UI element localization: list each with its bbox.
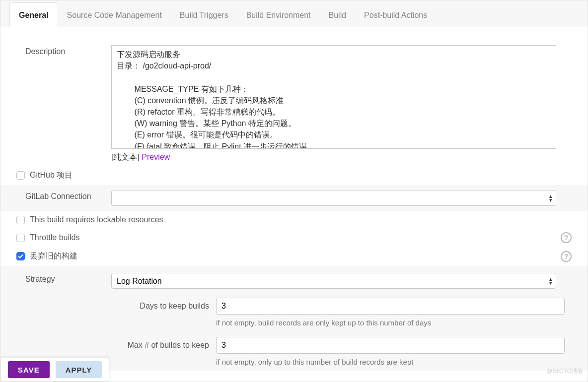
days-to-keep-row: Days to keep builds <box>127 293 574 315</box>
days-to-keep-label: Days to keep builds <box>127 302 216 311</box>
throttle-builds-row[interactable]: Throttle builds ? <box>14 229 574 247</box>
discard-strategy-block: Strategy Log Rotation ▴▾ Days to keep bu… <box>0 266 588 371</box>
check-icon <box>18 254 23 259</box>
discard-old-builds-label: 丢弃旧的构建 <box>30 251 77 261</box>
description-format-row: [纯文本] Preview <box>111 150 574 163</box>
throttle-builds-checkbox[interactable] <box>16 234 25 242</box>
gitlab-connection-select[interactable] <box>111 190 556 206</box>
github-project-label: GitHub 项目 <box>30 170 73 181</box>
general-section: Description [纯文本] Preview GitHub 项目 GitL… <box>0 27 588 382</box>
throttle-builds-label: Throttle builds <box>30 233 80 242</box>
strategy-label: Strategy <box>14 273 111 284</box>
jenkins-job-config-page: General Source Code Management Build Tri… <box>0 0 588 382</box>
help-icon[interactable]: ? <box>561 251 572 262</box>
tab-post-build-actions[interactable]: Post-build Actions <box>355 3 436 27</box>
discard-old-builds-row[interactable]: 丢弃旧的构建 ? <box>14 247 574 266</box>
tab-build-triggers[interactable]: Build Triggers <box>171 3 237 27</box>
lockable-resources-row[interactable]: This build requires lockable resources <box>14 211 574 229</box>
config-tabs: General Source Code Management Build Tri… <box>0 0 588 27</box>
lockable-resources-checkbox[interactable] <box>16 216 25 224</box>
preview-link[interactable]: Preview <box>142 153 170 161</box>
tab-build[interactable]: Build <box>320 3 356 27</box>
discard-old-builds-checkbox[interactable] <box>16 252 25 260</box>
tab-scm[interactable]: Source Code Management <box>58 3 171 27</box>
description-textarea[interactable] <box>111 45 556 149</box>
gitlab-connection-label: GitLab Connection <box>14 190 111 201</box>
tab-build-environment[interactable]: Build Environment <box>237 3 320 27</box>
description-row: Description [纯文本] Preview <box>14 42 574 166</box>
max-builds-label: Max # of builds to keep <box>127 341 216 350</box>
plain-text-indicator: [纯文本] <box>111 153 140 161</box>
github-project-row[interactable]: GitHub 项目 <box>14 166 574 185</box>
strategy-select[interactable]: Log Rotation <box>111 273 556 289</box>
log-rotation-settings: Days to keep builds if not empty, build … <box>127 293 574 371</box>
save-button[interactable]: SAVE <box>8 361 50 378</box>
max-builds-input[interactable] <box>216 337 565 354</box>
max-builds-row: Max # of builds to keep <box>127 332 574 354</box>
footer-action-bar: SAVE APPLY <box>0 358 109 382</box>
lockable-resources-label: This build requires lockable resources <box>30 215 163 224</box>
tab-general[interactable]: General <box>9 2 58 27</box>
help-icon[interactable]: ? <box>561 232 572 243</box>
apply-button[interactable]: APPLY <box>56 361 102 378</box>
max-builds-hint: if not empty, only up to this number of … <box>216 355 574 371</box>
gitlab-connection-block: GitLab Connection ▴▾ <box>0 185 588 211</box>
description-label: Description <box>14 45 111 56</box>
github-project-checkbox[interactable] <box>16 171 25 180</box>
days-to-keep-input[interactable] <box>216 298 565 315</box>
days-to-keep-hint: if not empty, build records are only kep… <box>216 316 574 332</box>
